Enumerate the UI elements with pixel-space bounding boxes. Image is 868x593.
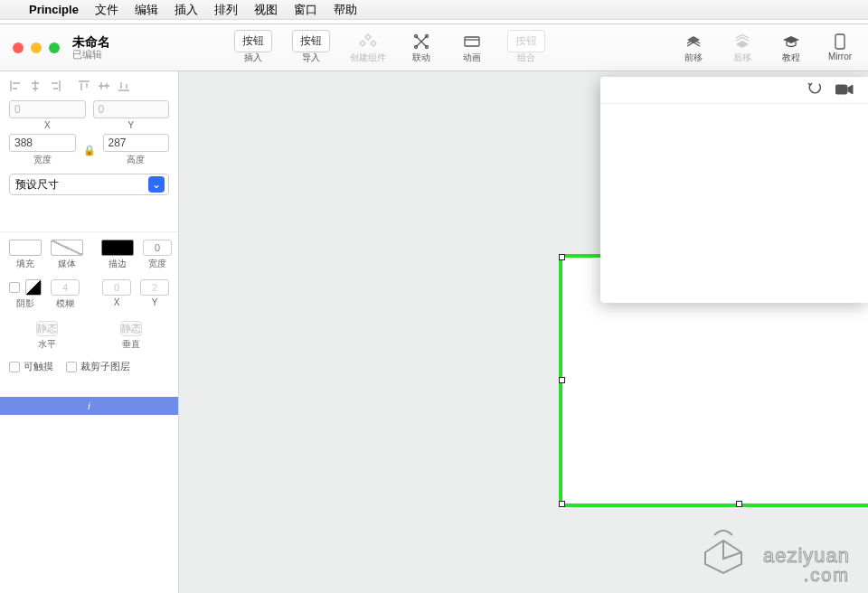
shadow-y-input[interactable]: [140, 279, 169, 296]
x-label: X: [44, 120, 51, 130]
toolbar-animate[interactable]: 动画: [457, 32, 487, 64]
y-input[interactable]: [93, 100, 170, 118]
tutorials-label: 教程: [782, 52, 800, 64]
preset-size-dropdown[interactable]: 预设尺寸 ⌄: [9, 174, 169, 195]
backward-label: 后移: [733, 52, 751, 64]
info-bar[interactable]: i: [0, 397, 178, 415]
x-input[interactable]: [9, 100, 86, 118]
import-label: 导入: [302, 52, 320, 64]
animate-label: 动画: [463, 52, 481, 64]
resize-handle-bottom-left[interactable]: [559, 501, 565, 507]
toolbar: 按钮 插入 按钮 导入 创建组件 联动: [110, 32, 678, 64]
zoom-window-button[interactable]: [49, 42, 60, 53]
insert-button[interactable]: 按钮: [234, 30, 272, 52]
touchable-checkbox[interactable]: [9, 362, 20, 372]
preview-window[interactable]: [600, 77, 868, 303]
rewind-icon[interactable]: [807, 82, 821, 99]
shadow-color-swatch[interactable]: [25, 279, 42, 296]
menu-edit[interactable]: 编辑: [135, 2, 158, 18]
align-center-v-icon[interactable]: [94, 77, 114, 95]
fill-swatch[interactable]: [9, 240, 42, 256]
document-title: 未命名 已编辑: [72, 34, 110, 61]
toolbar-insert[interactable]: 按钮 插入: [234, 32, 272, 64]
vertical-scroll-dropdown[interactable]: 静态: [120, 321, 142, 336]
titlebar: 未命名 已编辑 按钮 插入 按钮 导入 创建组件 联动: [0, 24, 868, 71]
align-bottom-icon[interactable]: [114, 77, 134, 95]
width-label: 宽度: [33, 154, 52, 166]
menu-help[interactable]: 帮助: [334, 2, 357, 18]
info-icon: i: [88, 400, 90, 411]
align-left-icon[interactable]: [5, 77, 25, 95]
stroke-width-label: 宽度: [148, 258, 166, 270]
stroke-label: 描边: [108, 258, 127, 270]
menu-insert[interactable]: 插入: [175, 2, 198, 18]
toolbar-create-component: 创建组件: [350, 32, 386, 64]
align-center-h-icon[interactable]: [25, 77, 45, 95]
record-icon[interactable]: [835, 82, 854, 99]
menu-view[interactable]: 视图: [254, 2, 278, 18]
height-input[interactable]: [103, 134, 170, 152]
mirror-label: Mirror: [828, 52, 852, 61]
forward-label: 前移: [684, 52, 703, 64]
toolbar-mirror[interactable]: Mirror: [825, 32, 855, 64]
y-label: Y: [127, 120, 134, 130]
stroke-swatch[interactable]: [101, 240, 134, 256]
media-swatch[interactable]: [51, 240, 83, 256]
toolbar-drivers[interactable]: 联动: [406, 32, 437, 64]
shadow-x-input[interactable]: [102, 279, 131, 296]
clip-checkbox-row[interactable]: 裁剪子图层: [66, 360, 130, 373]
stroke-width-input[interactable]: [143, 240, 172, 256]
import-button[interactable]: 按钮: [292, 30, 330, 52]
menu-file[interactable]: 文件: [95, 2, 118, 18]
horizontal-label: 水平: [38, 338, 56, 351]
shadow-checkbox[interactable]: [9, 282, 20, 293]
drivers-icon: [413, 32, 429, 52]
toolbar-group: 按钮 组合: [507, 32, 545, 64]
width-input[interactable]: [9, 134, 76, 152]
svg-rect-4: [465, 37, 479, 46]
bring-forward-icon: [685, 32, 702, 52]
menu-arrange[interactable]: 排列: [214, 2, 238, 18]
phone-icon: [835, 32, 845, 52]
inspector-panel: X Y 宽度 🔒 高度 预设尺寸 ⌄: [0, 71, 179, 593]
preview-toolbar: [600, 77, 868, 104]
resize-handle-bottom-mid[interactable]: [736, 501, 742, 507]
align-tools: [0, 71, 178, 99]
animate-icon: [464, 32, 480, 52]
blur-input[interactable]: [51, 279, 80, 296]
toolbar-import[interactable]: 按钮 导入: [292, 32, 330, 64]
send-backward-icon: [734, 32, 750, 52]
app-menu[interactable]: Principle: [29, 3, 79, 16]
watermark-line1: aeziyuan: [763, 544, 850, 567]
clip-sublayers-checkbox[interactable]: [66, 362, 77, 372]
menu-window[interactable]: 窗口: [294, 2, 317, 18]
drivers-label: 联动: [412, 52, 430, 64]
resize-handle-top-left[interactable]: [559, 254, 565, 260]
toolbar-tutorials[interactable]: 教程: [776, 32, 807, 64]
create-component-icon: [359, 32, 377, 52]
minimize-window-button[interactable]: [31, 42, 42, 53]
touchable-checkbox-row[interactable]: 可触摸: [9, 360, 53, 373]
window-controls: [0, 42, 60, 53]
svg-rect-6: [835, 85, 847, 94]
media-label: 媒体: [58, 258, 76, 270]
height-label: 高度: [127, 154, 145, 166]
create-component-label: 创建组件: [350, 52, 386, 64]
toolbar-send-backward: 后移: [727, 32, 758, 64]
lock-aspect-icon[interactable]: 🔒: [83, 134, 96, 166]
resize-handle-mid-left[interactable]: [559, 377, 565, 383]
graduation-cap-icon: [782, 32, 800, 52]
watermark-logo-icon: [696, 521, 750, 575]
align-top-icon[interactable]: [74, 77, 94, 95]
insert-label: 插入: [244, 52, 262, 64]
shadow-y-label: Y: [152, 297, 158, 307]
close-window-button[interactable]: [13, 42, 24, 53]
shadow-x-label: X: [114, 297, 120, 307]
group-label: 组合: [517, 52, 535, 64]
shadow-label: 阴影: [16, 297, 34, 310]
chevron-down-icon: ⌄: [148, 176, 165, 193]
align-right-icon[interactable]: [45, 77, 65, 95]
svg-rect-5: [835, 34, 844, 49]
toolbar-bring-forward[interactable]: 前移: [678, 32, 709, 64]
horizontal-scroll-dropdown[interactable]: 静态: [36, 321, 58, 336]
